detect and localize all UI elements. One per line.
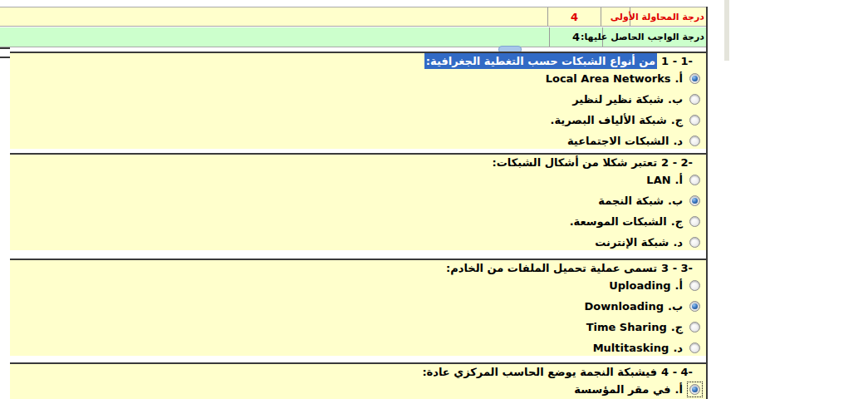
radio-button[interactable] bbox=[689, 216, 700, 227]
radio-focus-ring bbox=[687, 340, 703, 356]
option-letter: أ. bbox=[675, 174, 683, 186]
question-number: 2 - 2- bbox=[661, 155, 693, 170]
score-value: 4 bbox=[571, 11, 578, 23]
radio-button[interactable] bbox=[689, 384, 700, 395]
option-letter: د. bbox=[673, 342, 683, 354]
option-letter: أ. bbox=[675, 72, 683, 85]
table-border-fragment bbox=[0, 57, 10, 58]
radio-button[interactable] bbox=[689, 73, 700, 84]
quiz-review-page: 4 درجة المحاولة الأولى 4 درجة الواجب الح… bbox=[0, 0, 868, 399]
radio-focus-ring bbox=[687, 278, 703, 293]
option-letter: ج. bbox=[671, 215, 683, 228]
header-row-filler bbox=[0, 27, 549, 47]
option-letter: د. bbox=[673, 135, 683, 147]
option-text: Time Sharing bbox=[586, 321, 667, 333]
option-text: الشبكات الاجتماعية bbox=[567, 135, 669, 147]
radio-button[interactable] bbox=[689, 280, 700, 291]
radio-button[interactable] bbox=[689, 322, 700, 332]
option-letter: ب. bbox=[668, 300, 683, 313]
option-text: LAN bbox=[646, 174, 670, 186]
option-letter: ب. bbox=[668, 93, 683, 106]
question-number: 4 - 4- bbox=[661, 365, 693, 379]
option-letter: ج. bbox=[671, 321, 683, 333]
table-border-fragment bbox=[0, 47, 10, 49]
option-text: في مقر المؤسسة bbox=[574, 383, 670, 396]
first-attempt-score-label: درجة المحاولة الأولى bbox=[630, 7, 708, 26]
question-title: 3 - 3- تسمى عملية تحميل الملفات من الخاد… bbox=[10, 261, 706, 275]
radio-button[interactable] bbox=[689, 301, 700, 312]
radio-focus-ring bbox=[687, 214, 703, 229]
radio-focus-ring bbox=[687, 112, 703, 128]
question-text: تسمى عملية تحميل الملفات من الخادم: bbox=[446, 261, 657, 275]
radio-focus-ring bbox=[687, 234, 703, 250]
option-text: شبكة النجمة bbox=[598, 195, 664, 207]
answer-option: أ. Local Area Networks bbox=[10, 68, 703, 89]
answer-option: ب. شبكة نظير لنظير bbox=[10, 89, 703, 110]
scrollbar-track[interactable] bbox=[724, 0, 729, 61]
radio-focus-ring bbox=[687, 172, 703, 188]
question-title: 4 - 4- فيشبكة النجمة يوضع الحاسب المركزي… bbox=[10, 365, 706, 379]
first-attempt-score-value: 4 bbox=[547, 7, 601, 26]
answer-option: ب. شبكة النجمة bbox=[10, 190, 703, 211]
radio-focus-ring bbox=[687, 298, 703, 314]
option-text: Downloading bbox=[585, 300, 664, 313]
question-box-1: 1 - 1- من أنواع الشبكات حسب التغطية الجغ… bbox=[10, 52, 706, 149]
option-letter: أ. bbox=[675, 279, 683, 292]
option-text: Uploading bbox=[609, 279, 670, 292]
question-text: فيشبكة النجمة يوضع الحاسب المركزي عادة: bbox=[422, 365, 657, 379]
answer-option: ج. الشبكات الموسعة. bbox=[10, 211, 703, 232]
radio-focus-ring bbox=[687, 193, 703, 209]
question-number: 1 - 1- bbox=[661, 54, 693, 68]
question-box-3: 3 - 3- تسمى عملية تحميل الملفات من الخاد… bbox=[10, 259, 706, 356]
option-text: Multitasking bbox=[593, 342, 669, 354]
radio-focus-ring bbox=[687, 319, 703, 335]
radio-button[interactable] bbox=[689, 175, 700, 185]
question-title: 1 - 1- من أنواع الشبكات حسب التغطية الجغ… bbox=[10, 54, 706, 68]
option-text: شبكة الإنترنت bbox=[595, 236, 669, 249]
header-row-filler bbox=[0, 7, 547, 26]
radio-focus-ring bbox=[687, 71, 703, 86]
option-letter: ب. bbox=[668, 195, 683, 207]
table-right-border bbox=[706, 7, 708, 399]
radio-button[interactable] bbox=[689, 94, 700, 105]
radio-button[interactable] bbox=[689, 195, 700, 206]
score-value: 4 bbox=[572, 31, 580, 43]
option-text: Local Area Networks bbox=[546, 72, 671, 85]
answer-option: د. Multitasking bbox=[10, 337, 703, 356]
radio-button[interactable] bbox=[689, 342, 700, 353]
answer-option: ج. شبكة الألياف البصرية. bbox=[10, 110, 703, 131]
question-title: 2 - 2- تعتبر شكلا من أشكال الشبكات: bbox=[10, 155, 706, 170]
option-text: شبكة الألياف البصرية. bbox=[551, 114, 667, 126]
assignment-score-label: درجة الواجب الحاصل عليها: bbox=[602, 27, 708, 47]
option-text: الشبكات الموسعة. bbox=[570, 215, 667, 228]
radio-button[interactable] bbox=[689, 135, 700, 146]
question-number: 3 - 3- bbox=[661, 261, 693, 275]
radio-focus-ring bbox=[687, 91, 703, 107]
option-text: شبكة نظير لنظير bbox=[572, 93, 664, 106]
option-letter: د. bbox=[673, 236, 683, 249]
answer-option: د. شبكة الإنترنت bbox=[10, 232, 703, 250]
first-attempt-score-row: 4 درجة المحاولة الأولى bbox=[0, 7, 708, 27]
assignment-score-row: 4 درجة الواجب الحاصل عليها: bbox=[0, 27, 708, 47]
answer-option: ب. Downloading bbox=[10, 296, 703, 317]
answer-option: د. الشبكات الاجتماعية bbox=[10, 131, 703, 149]
question-box-2: 2 - 2- تعتبر شكلا من أشكال الشبكات: أ. L… bbox=[10, 153, 706, 250]
question-text: تعتبر شكلا من أشكال الشبكات: bbox=[493, 155, 658, 170]
radio-button[interactable] bbox=[689, 237, 700, 248]
option-letter: ج. bbox=[671, 114, 683, 126]
radio-focus-ring bbox=[687, 382, 703, 397]
option-letter: أ. bbox=[675, 383, 683, 396]
answer-option: أ. في مقر المؤسسة bbox=[10, 379, 703, 399]
question-box-4: 4 - 4- فيشبكة النجمة يوضع الحاسب المركزي… bbox=[10, 362, 706, 399]
answer-option: ج. Time Sharing bbox=[10, 317, 703, 337]
answer-option: أ. Uploading bbox=[10, 275, 703, 296]
radio-focus-ring bbox=[687, 133, 703, 149]
question-text: من أنواع الشبكات حسب التغطية الجغرافية: bbox=[424, 53, 657, 69]
answer-option: أ. LAN bbox=[10, 170, 703, 190]
radio-button[interactable] bbox=[689, 115, 700, 126]
